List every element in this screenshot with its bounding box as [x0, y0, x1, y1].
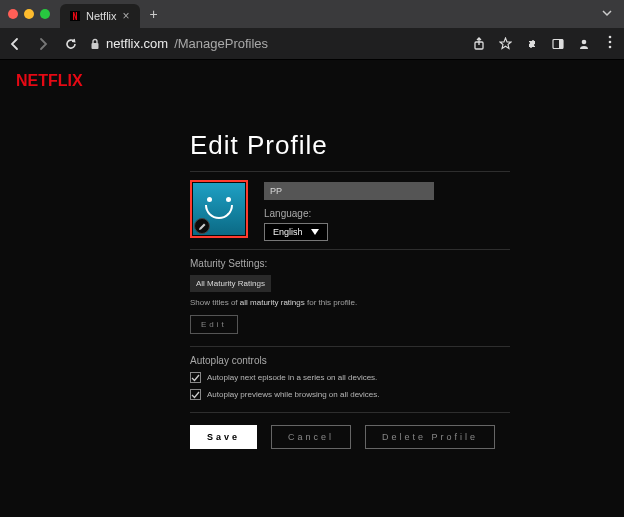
browser-window: Netflix × + netflix.com/ManageProfiles [0, 0, 624, 517]
url-field[interactable]: netflix.com/ManageProfiles [90, 36, 461, 51]
autoplay-heading: Autoplay controls [190, 355, 510, 366]
button-row: Save Cancel Delete Profile [190, 425, 510, 449]
delete-profile-button[interactable]: Delete Profile [365, 425, 495, 449]
profile-button[interactable] [578, 38, 590, 50]
share-button[interactable] [473, 37, 485, 51]
check-icon [191, 390, 200, 399]
svg-point-7 [609, 41, 612, 44]
star-icon [499, 37, 512, 50]
maximize-window-button[interactable] [40, 9, 50, 19]
close-window-button[interactable] [8, 9, 18, 19]
autoplay-next-checkbox[interactable] [190, 372, 201, 383]
cancel-button[interactable]: Cancel [271, 425, 351, 449]
forward-button[interactable] [36, 37, 50, 51]
person-icon [578, 38, 590, 50]
kebab-icon [608, 35, 612, 49]
address-bar: netflix.com/ManageProfiles [0, 28, 624, 60]
netflix-logo-icon: NETFLIX [16, 70, 88, 90]
divider [190, 412, 510, 413]
language-label: Language: [264, 208, 510, 219]
bookmark-button[interactable] [499, 37, 512, 50]
window-titlebar: Netflix × + [0, 0, 624, 28]
arrow-left-icon [8, 37, 22, 51]
maturity-rating-badge: All Maturity Ratings [190, 275, 271, 292]
autoplay-previews-checkbox[interactable] [190, 389, 201, 400]
minimize-window-button[interactable] [24, 9, 34, 19]
language-select[interactable]: English [264, 223, 328, 241]
svg-point-6 [609, 36, 612, 39]
chevron-down-icon [602, 8, 612, 18]
svg-rect-1 [92, 43, 99, 49]
svg-point-5 [582, 39, 587, 44]
puzzle-icon [526, 38, 538, 50]
traffic-lights [8, 9, 50, 19]
menu-button[interactable] [604, 35, 616, 52]
autoplay-next-label: Autoplay next episode in a series on all… [207, 373, 377, 382]
sidepanel-button[interactable] [552, 38, 564, 50]
url-path: /ManageProfiles [174, 36, 268, 51]
lock-icon [90, 38, 100, 50]
netflix-logo[interactable]: NETFLIX [16, 70, 88, 94]
new-tab-button[interactable]: + [144, 6, 164, 22]
arrow-right-icon [36, 37, 50, 51]
maturity-heading: Maturity Settings: [190, 258, 510, 269]
back-button[interactable] [8, 37, 22, 51]
tab-title: Netflix [86, 10, 117, 22]
tab-close-button[interactable]: × [123, 9, 130, 23]
svg-point-8 [609, 46, 612, 49]
divider [190, 249, 510, 250]
share-icon [473, 37, 485, 51]
check-icon [191, 373, 200, 382]
divider [190, 171, 510, 172]
caret-down-icon [311, 229, 319, 235]
edit-avatar-badge [194, 218, 210, 234]
reload-icon [64, 37, 78, 51]
save-button[interactable]: Save [190, 425, 257, 449]
profile-name-input[interactable] [264, 182, 434, 200]
toolbar-actions [473, 35, 616, 52]
tabs-overflow-button[interactable] [602, 7, 612, 21]
nav-controls [8, 37, 78, 51]
page: NETFLIX Edit Profile Language: [0, 60, 624, 517]
browser-tab[interactable]: Netflix × [60, 4, 140, 28]
maturity-edit-button[interactable]: Edit [190, 315, 238, 334]
edit-profile-form: Edit Profile Language: English [190, 130, 510, 449]
divider [190, 346, 510, 347]
autoplay-previews-label: Autoplay previews while browsing on all … [207, 390, 380, 399]
pencil-icon [198, 222, 207, 231]
tab-strip: Netflix × + [60, 0, 602, 28]
svg-text:NETFLIX: NETFLIX [16, 72, 83, 89]
svg-rect-4 [559, 39, 563, 48]
maturity-subtext: Show titles of all maturity ratings for … [190, 298, 510, 307]
panel-icon [552, 38, 564, 50]
page-title: Edit Profile [190, 130, 510, 161]
netflix-favicon-icon [70, 11, 80, 21]
extensions-button[interactable] [526, 38, 538, 50]
reload-button[interactable] [64, 37, 78, 51]
avatar-button[interactable] [190, 180, 248, 238]
language-selected: English [273, 227, 303, 237]
url-host: netflix.com [106, 36, 168, 51]
